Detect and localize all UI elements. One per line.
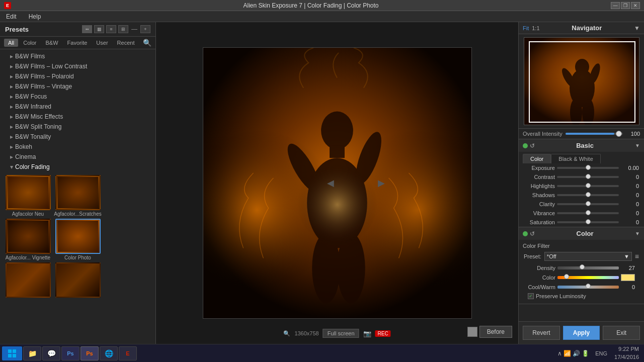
filter-tab-favorite[interactable]: Favorite	[63, 39, 92, 47]
basic-panel-header[interactable]: ↺ Basic ▼	[519, 139, 644, 152]
exposure-slider[interactable]	[557, 167, 619, 169]
thumb-color-photo[interactable]: Color Photo	[54, 219, 102, 260]
taskbar-whatsapp[interactable]: 💬	[42, 346, 60, 360]
shadows-slider[interactable]	[557, 194, 619, 196]
nav-fit-button[interactable]: Fit	[523, 25, 529, 31]
saturation-slider[interactable]	[557, 221, 619, 223]
nav-controls: Fit 1:1	[523, 25, 540, 31]
nav-arrow-right[interactable]: ▶	[378, 177, 385, 189]
exit-button[interactable]: Exit	[603, 326, 640, 340]
tab-color[interactable]: Color	[523, 154, 551, 163]
expand-all-button[interactable]: +	[140, 25, 150, 33]
category-bw-polaroid[interactable]: ▶B&W Films – Polaroid	[0, 71, 155, 81]
close-button[interactable]: ✕	[631, 2, 640, 9]
apply-button[interactable]: Apply	[563, 326, 600, 340]
minimize-button[interactable]: —	[611, 2, 620, 9]
presets-header: Presets ▪▪ ▦ ≡ ⊞ — +	[0, 22, 155, 37]
category-bw-tonality[interactable]: ▶B&W Tonality	[0, 132, 155, 142]
filter-tab-bw[interactable]: B&W	[42, 39, 62, 47]
intensity-fill	[566, 133, 614, 135]
tray-expand-icon[interactable]: ∧	[557, 350, 562, 357]
highlights-slider[interactable]	[557, 185, 619, 187]
navigator-collapse-arrow[interactable]: ▼	[634, 25, 640, 32]
taskbar-photoshop2[interactable]: Ps	[80, 346, 99, 360]
before-button[interactable]: Before	[479, 326, 512, 338]
category-bokeh[interactable]: ▶Bokeh	[0, 142, 155, 152]
tab-bw[interactable]: Black & White	[551, 154, 600, 163]
category-bw-infrared[interactable]: ▶B&W Infrared	[0, 102, 155, 112]
filter-tab-color[interactable]: Color	[19, 39, 40, 47]
search-icon[interactable]: 🔍	[143, 39, 151, 47]
color-swatch[interactable]	[467, 327, 477, 337]
system-tray: ∧ 📶 🔊 🔋	[555, 350, 591, 357]
cool-warm-slider[interactable]	[557, 286, 619, 289]
language-indicator[interactable]: ENG	[593, 350, 609, 356]
clarity-thumb	[586, 201, 591, 206]
category-bw-focus[interactable]: ▶B&W Focus	[0, 92, 155, 102]
taskbar-photoshop1[interactable]: Ps	[61, 346, 79, 360]
contrast-slider[interactable]	[557, 176, 619, 178]
view-icon-list[interactable]: ≡	[106, 25, 116, 33]
color-swatch-label: Color	[528, 275, 555, 281]
basic-enabled-dot[interactable]	[523, 143, 528, 148]
thumb-label-agfacolor-scratches: Agfacolor...Scratches	[54, 211, 102, 217]
category-bw-split[interactable]: ▶B&W Split Toning	[0, 122, 155, 132]
svg-rect-22	[13, 354, 16, 357]
color-swatch-preview[interactable]	[621, 274, 635, 281]
color-swatch-track[interactable]	[557, 276, 619, 279]
thumb-extra1[interactable]	[4, 262, 52, 299]
preserve-checkbox[interactable]: ✓	[528, 293, 534, 299]
vibrance-label: Vibrance	[524, 210, 555, 216]
view-icon-medium[interactable]: ▦	[94, 25, 104, 33]
navigator-title: Navigator	[572, 24, 602, 32]
nav-arrow-left[interactable]: ◀	[327, 177, 334, 189]
color-refresh-icon[interactable]: ↺	[530, 230, 535, 237]
revert-button[interactable]: Revert	[523, 326, 560, 340]
start-button[interactable]	[2, 346, 22, 360]
category-bw-low[interactable]: ▶B&W Films – Low Contrast	[0, 61, 155, 71]
category-bw-misc[interactable]: ▶B&W Misc Effects	[0, 112, 155, 122]
thumb-agfacolor-vignette[interactable]: Agfacolor... Vignette	[4, 219, 52, 260]
canvas-status: 🔍 1360x758 Full screen 📷 REC	[283, 329, 390, 338]
tray-volume-icon[interactable]: 🔊	[573, 350, 580, 357]
vibrance-slider[interactable]	[557, 212, 619, 214]
basic-collapse-arrow[interactable]: ▼	[635, 143, 640, 148]
filter-tab-recent[interactable]: Recent	[113, 39, 139, 47]
color-collapse-arrow[interactable]: ▼	[635, 231, 640, 236]
view-icon-grid[interactable]: ⊞	[118, 25, 128, 33]
taskbar-app6[interactable]: E	[119, 346, 137, 360]
view-icon-small[interactable]: ▪▪	[82, 25, 92, 33]
title-bar-left: E	[4, 2, 11, 9]
menu-help[interactable]: Help	[27, 12, 43, 21]
basic-refresh-icon[interactable]: ↺	[530, 142, 535, 149]
color-swatch-thumb	[564, 274, 569, 279]
thumb-agfacolor-scratches[interactable]: Agfacolor...Scratches	[54, 175, 102, 217]
taskbar-chrome[interactable]: 🌐	[100, 346, 118, 360]
category-bw-films[interactable]: ▶B&W Films	[0, 51, 155, 61]
category-bw-vintage[interactable]: ▶B&W Films – Vintage	[0, 81, 155, 92]
fullscreen-button[interactable]: Full screen	[323, 329, 359, 338]
shadows-label: Shadows	[524, 192, 555, 198]
tray-network-icon[interactable]: 📶	[564, 350, 571, 357]
thumb-extra2[interactable]	[54, 262, 102, 299]
nav-ratio-button[interactable]: 1:1	[532, 25, 539, 31]
maximize-button[interactable]: ❐	[621, 2, 630, 9]
zoom-icon: 🔍	[283, 330, 290, 337]
clarity-row: Clarity 0	[519, 200, 644, 209]
list-options-icon[interactable]: ≡	[635, 252, 639, 260]
color-enabled-dot[interactable]	[523, 231, 528, 236]
menu-edit[interactable]: Edit	[4, 12, 19, 21]
color-filter-row: Color Filter	[523, 243, 640, 249]
clarity-slider[interactable]	[557, 203, 619, 205]
taskbar-file-explorer[interactable]: 📁	[23, 346, 41, 360]
intensity-slider[interactable]	[566, 133, 623, 135]
category-color-fading[interactable]: ▶Color Fading	[0, 162, 155, 172]
filter-tab-all[interactable]: All	[4, 39, 18, 47]
density-slider[interactable]	[557, 266, 619, 269]
thumb-agfacolor-neu[interactable]: Agfacolor Neu	[4, 175, 52, 217]
category-cinema[interactable]: ▶Cinema	[0, 152, 155, 162]
color-preset-dropdown[interactable]: *Off ▼	[544, 252, 632, 261]
color-panel-header[interactable]: ↺ Color ▼	[519, 227, 644, 240]
filter-tab-user[interactable]: User	[92, 39, 112, 47]
vibrance-thumb	[586, 210, 591, 215]
